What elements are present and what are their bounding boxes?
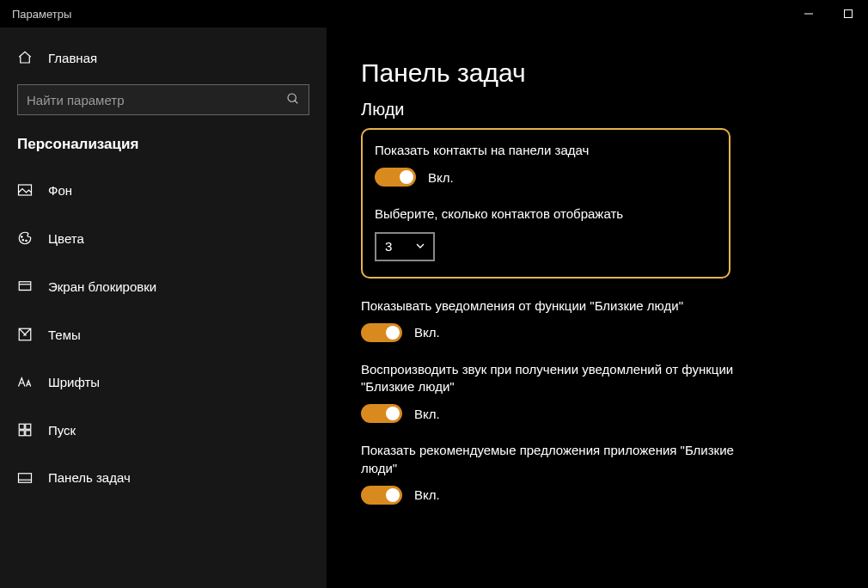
- search-box[interactable]: [17, 84, 309, 115]
- page-title: Панель задач: [361, 58, 834, 88]
- setting-block: Показать рекомендуемые предложения прило…: [361, 442, 739, 505]
- sidebar-item-label: Темы: [48, 328, 81, 342]
- svg-rect-12: [19, 424, 24, 429]
- sidebar-item-background[interactable]: Фон: [0, 170, 327, 210]
- toggle-state: Вкл.: [414, 407, 440, 421]
- dropdown-value: 3: [385, 239, 392, 254]
- search-input[interactable]: [27, 93, 286, 107]
- main-content: Панель задач Люди Показать контакты на п…: [327, 28, 868, 588]
- svg-point-5: [21, 236, 23, 238]
- setting-label: Показывать уведомления от функции "Близк…: [361, 297, 739, 315]
- chevron-down-icon: [416, 242, 425, 251]
- setting-label: Выберите, сколько контактов отображать: [375, 205, 717, 223]
- titlebar: Параметры: [0, 0, 868, 28]
- sidebar-item-themes[interactable]: Темы: [0, 315, 327, 354]
- window-controls: [789, 0, 868, 28]
- search-icon: [286, 92, 300, 108]
- svg-rect-1: [845, 10, 853, 18]
- sidebar-item-label: Фон: [48, 183, 72, 198]
- sidebar: Главная Персонализация Фон Цвета Э: [0, 28, 327, 588]
- sidebar-item-label: Шрифты: [48, 375, 100, 389]
- toggle-show-contacts[interactable]: [375, 168, 416, 187]
- svg-point-7: [26, 240, 28, 242]
- sidebar-item-label: Экран блокировки: [48, 279, 156, 294]
- toggle-sound[interactable]: [361, 404, 402, 423]
- svg-rect-16: [19, 473, 32, 482]
- section-title: Люди: [361, 100, 834, 119]
- setting-label: Показать контакты на панели задач: [375, 142, 717, 159]
- setting-label: Показать рекомендуемые предложения прило…: [361, 442, 739, 477]
- setting-block: Показывать уведомления от функции "Близк…: [361, 297, 739, 342]
- toggle-state: Вкл.: [414, 487, 440, 502]
- toggle-notifications[interactable]: [361, 323, 402, 342]
- minimize-button[interactable]: [789, 0, 828, 28]
- setting-label: Воспроизводить звук при получении уведом…: [361, 361, 739, 396]
- home-icon: [17, 50, 33, 65]
- svg-rect-14: [19, 431, 24, 436]
- taskbar-icon: [17, 472, 33, 484]
- sidebar-item-label: Пуск: [48, 423, 76, 438]
- sidebar-item-label: Панель задач: [48, 470, 131, 485]
- toggle-suggestions[interactable]: [361, 486, 402, 505]
- svg-line-3: [295, 101, 297, 103]
- svg-rect-15: [26, 431, 31, 436]
- toggle-state: Вкл.: [428, 170, 454, 185]
- maximize-button[interactable]: [828, 0, 868, 28]
- start-icon: [17, 422, 33, 438]
- sidebar-item-fonts[interactable]: Шрифты: [0, 363, 327, 401]
- themes-icon: [17, 327, 33, 342]
- svg-rect-8: [19, 282, 31, 291]
- window-title: Параметры: [12, 8, 71, 21]
- lockscreen-icon: [17, 279, 33, 294]
- svg-point-6: [22, 240, 24, 242]
- sidebar-home[interactable]: Главная: [0, 38, 327, 77]
- fonts-icon: [17, 376, 33, 389]
- sidebar-item-lockscreen[interactable]: Экран блокировки: [0, 266, 327, 306]
- sidebar-item-label: Цвета: [48, 231, 84, 246]
- sidebar-item-taskbar[interactable]: Панель задач: [0, 458, 327, 497]
- toggle-state: Вкл.: [414, 325, 440, 340]
- picture-icon: [17, 182, 33, 198]
- highlight-box: Показать контакты на панели задач Вкл. В…: [361, 128, 730, 279]
- sidebar-item-start[interactable]: Пуск: [0, 410, 327, 450]
- sidebar-category: Персонализация: [0, 136, 327, 170]
- sidebar-item-colors[interactable]: Цвета: [0, 218, 327, 258]
- setting-block: Воспроизводить звук при получении уведом…: [361, 361, 739, 424]
- svg-point-2: [288, 94, 296, 101]
- contacts-count-dropdown[interactable]: 3: [375, 232, 435, 261]
- palette-icon: [17, 230, 33, 246]
- svg-rect-13: [26, 424, 31, 429]
- sidebar-home-label: Главная: [48, 51, 97, 65]
